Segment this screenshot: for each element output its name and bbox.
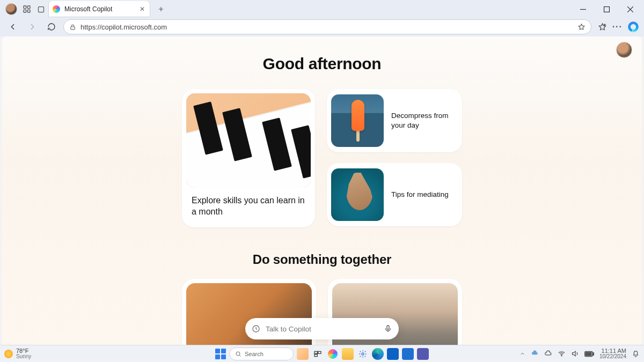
copilot-sidebar-icon[interactable] (628, 21, 639, 32)
sun-icon (4, 350, 13, 358)
tray-notifications-icon[interactable] (632, 350, 640, 358)
svg-rect-0 (24, 6, 26, 9)
svg-rect-17 (586, 352, 591, 356)
svg-rect-10 (314, 351, 317, 353)
svg-point-14 (561, 356, 562, 356)
url-text: https://copilot.microsoft.com (80, 23, 167, 31)
svg-rect-4 (38, 6, 43, 12)
new-tab-button[interactable] (153, 2, 169, 17)
piano-image (186, 93, 311, 188)
taskbar-app-teams[interactable] (417, 348, 429, 360)
lock-icon (69, 24, 76, 31)
taskbar-app-copilot[interactable] (327, 348, 339, 360)
window-minimize-button[interactable] (571, 1, 595, 18)
taskbar-app-outlook[interactable] (402, 348, 414, 360)
window-close-button[interactable] (618, 1, 642, 18)
talk-to-copilot-bar[interactable] (245, 318, 399, 339)
address-bar[interactable]: https://copilot.microsoft.com (63, 19, 591, 34)
tray-chevron-icon[interactable] (519, 351, 525, 357)
hand-water-image (331, 168, 384, 221)
tray-cloud-icon[interactable] (544, 350, 552, 358)
popsicle-image (331, 94, 384, 147)
close-tab-button[interactable]: ✕ (140, 5, 145, 13)
copilot-input[interactable] (266, 325, 378, 333)
page-content: Good afternoon Explore skills you can le… (2, 36, 642, 345)
svg-rect-6 (71, 26, 75, 29)
taskbar-app-settings[interactable] (357, 348, 369, 360)
window-maximize-button[interactable] (595, 1, 618, 18)
section-heading: Do something together (2, 252, 642, 267)
card-label: Explore skills you can learn in a month (186, 188, 311, 218)
svg-rect-2 (24, 10, 26, 12)
svg-rect-1 (27, 6, 30, 9)
copilot-favicon-icon (53, 5, 60, 13)
clock-date: 10/22/2024 (599, 354, 626, 359)
microphone-icon[interactable] (384, 324, 392, 333)
start-button[interactable] (215, 349, 226, 359)
tray-wifi-icon[interactable] (558, 350, 566, 358)
svg-rect-11 (318, 351, 321, 353)
svg-rect-12 (314, 354, 317, 356)
card-label: Decompress from your day (391, 111, 455, 130)
workspaces-icon[interactable] (23, 5, 31, 13)
tray-onedrive-icon[interactable] (531, 350, 539, 358)
tray-volume-icon[interactable] (571, 350, 579, 358)
browser-tab[interactable]: Microsoft Copilot ✕ (48, 1, 150, 17)
greeting-heading: Good afternoon (2, 36, 642, 73)
history-icon[interactable] (252, 324, 260, 333)
tray-battery-icon[interactable] (584, 351, 594, 357)
profile-avatar-icon[interactable] (5, 3, 17, 15)
taskbar-app-task-view[interactable] (312, 348, 324, 360)
taskbar-app-explorer[interactable] (342, 348, 354, 360)
weather-desc: Sunny (16, 354, 31, 359)
svg-rect-5 (604, 6, 609, 12)
svg-rect-3 (27, 10, 30, 12)
browser-titlebar: Microsoft Copilot ✕ (0, 0, 644, 18)
svg-point-9 (236, 352, 240, 356)
taskbar-app-store[interactable] (387, 348, 399, 360)
suggestion-card-explore-skills[interactable]: Explore skills you can learn in a month (182, 89, 315, 227)
tab-actions-icon[interactable] (36, 5, 45, 13)
windows-taskbar: 78°F Sunny Search (0, 345, 644, 362)
refresh-button[interactable] (44, 19, 59, 34)
taskbar-app-edge[interactable] (372, 348, 384, 360)
browser-menu-icon[interactable]: ··· (612, 22, 623, 32)
card-label: Tips for mediating (391, 190, 449, 200)
forward-button[interactable] (25, 19, 40, 34)
browser-toolbar: https://copilot.microsoft.com ··· (0, 18, 644, 36)
svg-rect-16 (593, 352, 594, 355)
svg-rect-8 (387, 326, 389, 329)
suggestion-card-decompress[interactable]: Decompress from your day (327, 89, 462, 152)
taskbar-search-placeholder: Search (245, 351, 264, 357)
favorites-icon[interactable] (598, 23, 607, 32)
taskbar-weather[interactable]: 78°F Sunny (4, 348, 31, 359)
favorite-star-icon[interactable] (577, 23, 586, 31)
suggestion-card-mediating[interactable]: Tips for mediating (327, 163, 462, 226)
svg-point-13 (362, 353, 364, 355)
account-avatar[interactable] (616, 42, 632, 58)
tab-title: Microsoft Copilot (64, 5, 112, 13)
taskbar-app-1[interactable] (297, 348, 309, 360)
taskbar-clock[interactable]: 11:11 AM 10/22/2024 (599, 348, 626, 359)
back-button[interactable] (5, 19, 20, 34)
taskbar-search[interactable]: Search (229, 348, 294, 360)
